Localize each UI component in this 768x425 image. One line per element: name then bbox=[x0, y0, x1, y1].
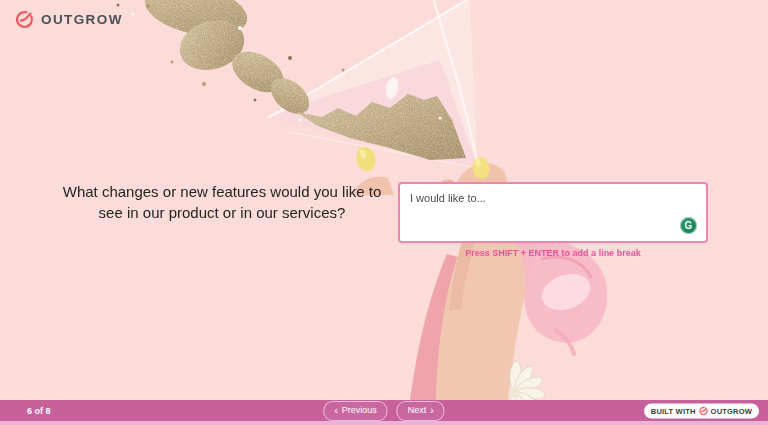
footer-bar: 6 of 8 ‹ Previous Next › BUILT WITH OUTG… bbox=[0, 400, 768, 421]
built-with-badge[interactable]: BUILT WITH OUTGROW bbox=[644, 403, 759, 418]
grammarly-icon[interactable]: G bbox=[680, 217, 697, 234]
footer-bottom-strip bbox=[0, 421, 768, 425]
answer-panel: G Press SHIFT + ENTER to add a line brea… bbox=[398, 182, 708, 258]
outgrow-logo-icon bbox=[15, 10, 34, 29]
answer-textarea[interactable] bbox=[400, 184, 706, 241]
survey-page: OUTGROW What changes or new features wou… bbox=[0, 0, 768, 425]
footer-nav: ‹ Previous Next › bbox=[323, 401, 444, 421]
previous-button[interactable]: ‹ Previous bbox=[323, 401, 387, 421]
outgrow-logo: OUTGROW bbox=[15, 10, 123, 29]
next-label: Next bbox=[408, 406, 427, 415]
chevron-right-icon: › bbox=[430, 406, 433, 416]
chevron-left-icon: ‹ bbox=[334, 406, 337, 416]
built-with-brand: OUTGROW bbox=[711, 406, 752, 415]
progress-indicator: 6 of 8 bbox=[27, 406, 51, 416]
outgrow-badge-icon bbox=[699, 406, 708, 415]
outgrow-logo-text: OUTGROW bbox=[41, 12, 123, 27]
previous-label: Previous bbox=[342, 406, 377, 415]
line-break-hint: Press SHIFT + ENTER to add a line break bbox=[398, 248, 708, 258]
built-with-prefix: BUILT WITH bbox=[651, 406, 696, 415]
next-button[interactable]: Next › bbox=[397, 401, 445, 421]
answer-input-wrap: G bbox=[398, 182, 708, 243]
question-text: What changes or new features would you l… bbox=[62, 181, 382, 223]
